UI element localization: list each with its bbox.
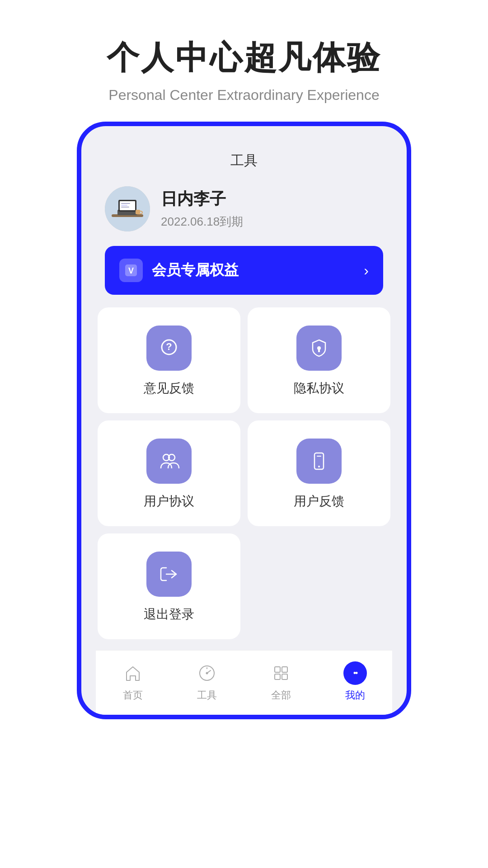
svg-rect-27 — [275, 674, 280, 679]
svg-point-24 — [206, 672, 208, 675]
tool-label-user-feedback: 用户反馈 — [294, 493, 344, 510]
svg-rect-25 — [275, 667, 280, 672]
profile-section: 日内李子 2022.06.18到期 — [96, 179, 392, 246]
tool-card-privacy[interactable]: 隐私协议 — [248, 307, 390, 413]
nav-item-tools[interactable]: 工具 — [195, 661, 219, 702]
svg-rect-26 — [282, 667, 287, 672]
tool-card-feedback[interactable]: ? 意见反馈 — [98, 307, 240, 413]
profile-info: 日内李子 2022.06.18到期 — [161, 188, 243, 230]
page-title-zh: 个人中心超凡体验 — [107, 36, 381, 80]
logout-icon-wrap — [146, 552, 192, 597]
nav-label-all: 全部 — [271, 689, 291, 702]
tools-grid-bottom: 退出登录 — [96, 533, 392, 639]
privacy-icon-wrap — [296, 326, 342, 371]
bottom-nav: 首页 工具 — [96, 650, 392, 715]
svg-rect-6 — [121, 205, 127, 206]
svg-rect-8 — [136, 210, 140, 214]
page-title-en: Personal Center Extraordinary Experience — [107, 87, 381, 104]
nav-item-home[interactable]: 首页 — [121, 661, 145, 702]
user-agreement-icon-wrap — [146, 439, 192, 484]
svg-rect-14 — [318, 349, 320, 352]
svg-point-18 — [318, 466, 320, 467]
app-header-title: 工具 — [230, 153, 258, 168]
svg-text:?: ? — [166, 341, 172, 352]
feedback-icon-wrap: ? — [146, 326, 192, 371]
nav-label-mine: 我的 — [345, 689, 365, 702]
tool-label-feedback: 意见反馈 — [144, 380, 194, 397]
tool-label-user-agreement: 用户协议 — [144, 493, 194, 510]
svg-rect-28 — [282, 674, 287, 679]
tool-label-privacy: 隐私协议 — [294, 380, 344, 397]
home-icon — [121, 661, 145, 685]
mine-active-dot — [343, 661, 367, 685]
member-icon: V — [119, 259, 143, 282]
tool-label-logout: 退出登录 — [144, 606, 194, 623]
nav-item-all[interactable]: 全部 — [269, 661, 293, 702]
tool-card-logout[interactable]: 退出登录 — [98, 533, 240, 639]
member-benefits-button[interactable]: V 会员专属权益 › — [105, 246, 383, 295]
nav-label-tools: 工具 — [197, 689, 217, 702]
page-header: 个人中心超凡体验 Personal Center Extraordinary E… — [107, 36, 381, 104]
nav-item-mine[interactable]: 我的 — [343, 661, 367, 702]
screen-content: 工具 — [96, 141, 392, 715]
tool-card-user-agreement[interactable]: 用户协议 — [98, 420, 240, 526]
mine-icon — [343, 661, 367, 685]
tool-card-empty — [248, 533, 390, 639]
phone-frame: 工具 — [77, 122, 411, 719]
profile-expiry: 2022.06.18到期 — [161, 214, 243, 230]
all-icon — [269, 661, 293, 685]
avatar — [105, 186, 150, 231]
svg-rect-19 — [317, 456, 321, 457]
svg-text:V: V — [128, 266, 134, 275]
svg-rect-5 — [121, 203, 130, 204]
nav-label-home: 首页 — [123, 689, 143, 702]
user-feedback-icon-wrap — [296, 439, 342, 484]
tools-grid: ? 意见反馈 隐私协议 — [96, 307, 392, 526]
tool-card-user-feedback[interactable]: 用户反馈 — [248, 420, 390, 526]
member-chevron-icon: › — [364, 262, 369, 279]
profile-name: 日内李子 — [161, 188, 243, 210]
app-header: 工具 — [96, 141, 392, 179]
svg-rect-7 — [121, 207, 129, 208]
tools-icon — [195, 661, 219, 685]
member-btn-label: 会员专属权益 — [152, 260, 239, 280]
